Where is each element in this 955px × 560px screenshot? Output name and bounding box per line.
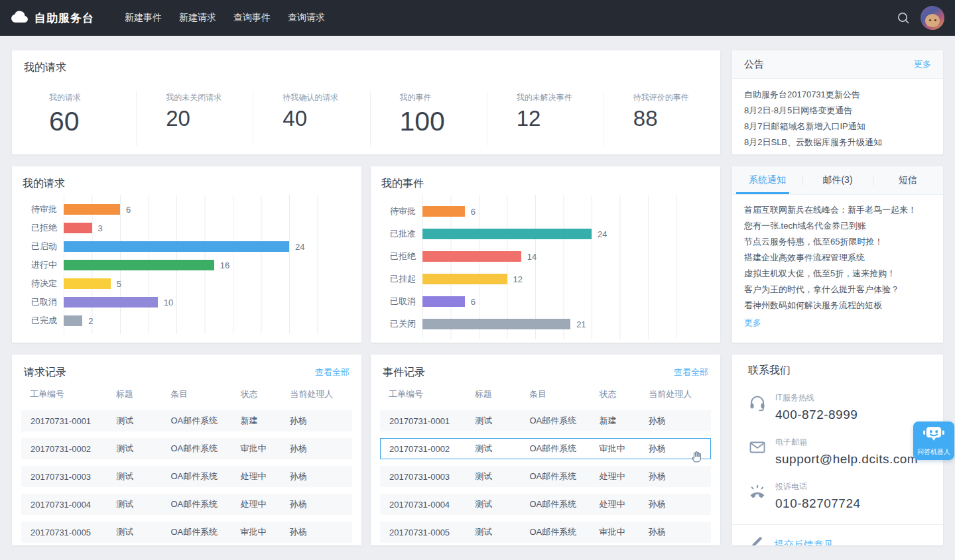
tab-system-notice[interactable]: 系统通知	[732, 166, 802, 194]
incident-records-card: 事件记录 查看全部 工单编号 标题 条目 状态 当前处理人 20170731-0…	[371, 355, 720, 545]
chart-bar	[64, 241, 289, 252]
nav-menu: 新建事件 新建请求 查询事件 查询请求	[125, 8, 325, 28]
stat-unclosed-requests: 我的未关闭请求 20	[136, 91, 253, 146]
notice-item[interactable]: 客户为王的时代，拿什么提升客户体验？	[744, 282, 931, 298]
contact-label: 投诉电话	[775, 481, 861, 492]
tab-mail[interactable]: 邮件(3)	[802, 166, 873, 194]
stat-value: 60	[49, 107, 136, 137]
table-cell: 新建	[600, 415, 649, 427]
notifications-card: 系统通知 邮件(3) 短信 首届互联网新兵在线峰会：新手老鸟一起来！ 您有一张.…	[732, 166, 943, 343]
stat-requests-to-confirm: 待我确认的请求 40	[253, 91, 369, 146]
notifications-more-link[interactable]: 更多	[744, 317, 761, 329]
brand-logo[interactable]: 自助服务台	[11, 11, 94, 26]
nav-item-query-incident[interactable]: 查询事件	[233, 8, 271, 28]
chart-category-label: 已挂起	[381, 273, 416, 285]
chart-row: 已启动 24	[23, 237, 351, 256]
chart-value-label: 6	[471, 207, 476, 217]
table-cell: 20170731-0001	[389, 416, 475, 426]
support-email: support@help.dcits.com	[775, 452, 918, 467]
mail-icon	[748, 438, 767, 467]
chart-category-label: 已关闭	[381, 318, 416, 330]
stat-value: 20	[166, 107, 253, 131]
chart-row: 进行中 16	[23, 256, 351, 274]
table-cell: 审批中	[241, 443, 290, 455]
chart-bar	[64, 297, 158, 308]
notice-item[interactable]: 首届互联网新兵在线峰会：新手老鸟一起来！	[744, 202, 931, 218]
table-row[interactable]: 20170731-0005测试OA邮件系统审批中孙杨	[21, 522, 352, 543]
chart-row: 已批准 24	[381, 223, 710, 245]
table-row[interactable]: 20170731-0005测试OA邮件系统审批中孙杨	[380, 522, 711, 543]
request-records-view-all-link[interactable]: 查看全部	[315, 366, 350, 378]
tab-label: 邮件(3)	[822, 174, 852, 186]
nav-item-query-request[interactable]: 查询请求	[288, 8, 325, 28]
table-cell: 测试	[116, 471, 170, 482]
chart-value-label: 3	[98, 223, 103, 233]
table-column-header: 工单编号	[389, 388, 475, 400]
notice-item[interactable]: 节点云服务特惠，低至65折限时抢！	[744, 234, 931, 250]
chart-value-label: 14	[527, 252, 537, 262]
chart-bar	[422, 206, 465, 217]
chart-title: 我的请求	[23, 177, 351, 191]
table-row[interactable]: 20170731-0003测试OA邮件系统处理中孙杨	[380, 466, 711, 487]
chart-bar	[422, 274, 507, 284]
table-column-header: 标题	[475, 388, 530, 400]
table-row[interactable]: 20170731-0003测试OA邮件系统处理中孙杨	[21, 466, 352, 487]
request-records-title: 请求记录	[24, 366, 66, 380]
chatbot-label: 问答机器人	[917, 447, 950, 457]
table-cell: 20170731-0001	[31, 416, 116, 426]
chart-track: 12	[422, 274, 704, 284]
table-column-header: 当前处理人	[649, 388, 711, 400]
notice-item[interactable]: 搭建企业高效事件流程管理系统	[744, 250, 931, 266]
table-row[interactable]: 20170731-0004测试OA邮件系统处理中孙杨	[380, 494, 711, 515]
chart-track: 24	[422, 229, 704, 239]
stat-my-incidents: 我的事件 100	[370, 91, 487, 146]
table-cell: 20170731-0005	[389, 528, 475, 537]
chart-track: 24	[64, 241, 346, 252]
submit-feedback-link[interactable]: 提交反馈意见	[774, 539, 834, 546]
search-icon[interactable]	[897, 11, 910, 25]
table-row[interactable]: 20170731-0001测试OA邮件系统新建孙杨	[380, 410, 711, 431]
nav-item-new-request[interactable]: 新建请求	[179, 8, 216, 28]
chatbot-button[interactable]: 问答机器人	[913, 421, 954, 460]
chart-bar	[422, 251, 521, 262]
contact-item-complaint: 投诉电话 010-82707724	[748, 481, 927, 511]
chart-track: 21	[422, 319, 704, 329]
stat-my-requests: 我的请求 60	[12, 91, 136, 146]
table-row[interactable]: 20170731-0004测试OA邮件系统处理中孙杨	[21, 494, 352, 515]
incident-records-view-all-link[interactable]: 查看全部	[674, 366, 708, 378]
table-cell: 处理中	[241, 471, 290, 482]
chart-category-label: 已拒绝	[381, 251, 416, 262]
chart-bar	[422, 296, 465, 307]
tab-sms[interactable]: 短信	[873, 166, 943, 194]
user-avatar[interactable]	[921, 6, 944, 30]
table-cell: 新建	[241, 415, 290, 427]
notice-item[interactable]: 虚拟主机双大促，低至5折，速来抢购！	[744, 266, 931, 282]
phone-icon	[748, 482, 767, 511]
chart-bar	[64, 223, 92, 233]
tab-label: 短信	[899, 174, 917, 186]
chart-value-label: 24	[598, 229, 607, 239]
table-column-header: 条目	[529, 388, 599, 400]
chart-value-label: 10	[164, 298, 173, 308]
complaint-number: 010-82707724	[775, 496, 861, 511]
hotline-number: 400-872-8999	[775, 408, 858, 422]
stat-value: 12	[517, 107, 604, 131]
table-row[interactable]: 20170731-0002测试OA邮件系统审批中孙杨	[21, 438, 352, 459]
announcements-more-link[interactable]: 更多	[914, 58, 931, 70]
announcements-header: 公告 更多	[732, 50, 943, 79]
table-row[interactable]: 20170731-0001测试OA邮件系统新建孙杨	[21, 410, 352, 431]
notice-item[interactable]: 您有一张.tech域名代金券已到账	[744, 218, 931, 234]
announcement-item[interactable]: 8月7日邮箱域名新增入口IP通知	[744, 119, 931, 135]
table-cell: 20170731-0004	[389, 500, 475, 510]
announcement-item[interactable]: 自助服务台20170731更新公告	[744, 87, 931, 103]
announcement-item[interactable]: 8月2日-8月5日网络变更通告	[744, 103, 931, 119]
nav-item-new-incident[interactable]: 新建事件	[125, 8, 162, 28]
announcement-item[interactable]: 8月2日SLB、云数据库服务升级通知	[744, 135, 931, 150]
table-cell: 处理中	[600, 471, 649, 482]
stat-label: 待我评价的事件	[633, 92, 720, 103]
table-cell: OA邮件系统	[170, 498, 240, 510]
chart-category-label: 已取消	[23, 296, 57, 308]
table-cell: 测试	[475, 471, 529, 482]
notice-item[interactable]: 看神州数码如何解决服务流程的短板	[744, 298, 931, 313]
table-row-highlighted[interactable]: 20170731-0002测试OA邮件系统审批中孙杨	[380, 438, 711, 459]
